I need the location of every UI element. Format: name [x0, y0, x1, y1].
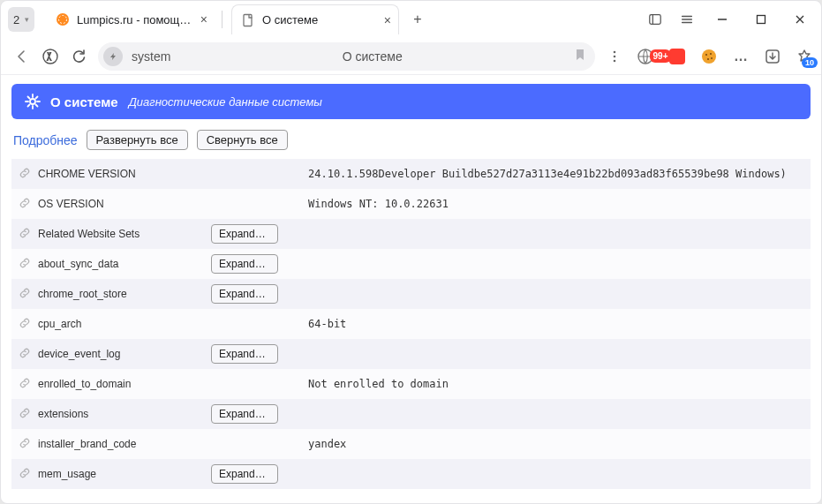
overflow-icon[interactable]: …	[731, 47, 750, 66]
bookmark-icon[interactable]	[574, 49, 586, 64]
row-key-label: cpu_arch	[38, 318, 81, 330]
svg-point-5	[43, 49, 57, 64]
window-controls	[703, 1, 821, 38]
row-key-label: device_event_log	[38, 348, 120, 360]
row-value	[301, 339, 811, 369]
page-subtitle: Диагностические данные системы	[129, 95, 322, 109]
expand-button[interactable]: Expand…	[211, 224, 278, 244]
tab-lumpics[interactable]: Lumpics.ru - помощь с ×	[47, 4, 215, 34]
page-content: О системе Диагностические данные системы…	[1, 75, 821, 503]
row-action-cell	[204, 159, 301, 189]
link-anchor-icon[interactable]	[19, 257, 31, 272]
new-tab-button[interactable]: +	[406, 8, 429, 31]
link-anchor-icon[interactable]	[19, 347, 31, 362]
maximize-button[interactable]	[742, 1, 781, 38]
row-key: extensions	[11, 399, 204, 429]
addons-icon[interactable]: 10	[795, 47, 814, 66]
row-value	[301, 249, 811, 279]
collapse-all-button[interactable]: Свернуть все	[197, 130, 288, 150]
table-row: CHROME VERSION24.10.1.598Developer Build…	[11, 159, 811, 189]
reload-button[interactable]	[64, 42, 93, 71]
page-header: О системе Диагностические данные системы	[11, 84, 811, 119]
back-button[interactable]	[8, 42, 36, 71]
link-anchor-icon[interactable]	[19, 227, 31, 242]
row-key: mem_usage	[11, 459, 204, 489]
tab-about-system[interactable]: О системе ×	[231, 4, 399, 34]
row-action-cell: Expand…	[204, 249, 301, 279]
row-action-cell	[204, 369, 301, 399]
tab-separator	[222, 11, 222, 28]
link-anchor-icon[interactable]	[19, 377, 31, 392]
expand-button[interactable]: Expand…	[211, 254, 278, 274]
extension-badge-icon[interactable]: 99+	[667, 47, 687, 66]
row-key-label: extensions	[38, 408, 88, 420]
reading-list-icon[interactable]	[639, 12, 671, 26]
row-action-cell	[204, 429, 301, 459]
row-value	[301, 279, 811, 309]
details-link[interactable]: Подробнее	[13, 133, 78, 147]
page-toolbar: Подробнее Развернуть все Свернуть все	[13, 130, 809, 150]
row-key: enrolled_to_domain	[11, 369, 204, 399]
hamburger-icon[interactable]	[671, 12, 703, 26]
downloads-icon[interactable]	[763, 47, 782, 66]
yandex-home-button[interactable]	[36, 42, 64, 71]
table-row: installer_brand_codeyandex	[11, 429, 811, 459]
row-value	[301, 399, 811, 429]
chevron-down-icon: ▾	[25, 15, 29, 24]
tab-label: Lumpics.ru - помощь с	[77, 13, 192, 26]
row-key-label: OS VERSION	[38, 198, 104, 210]
plus-icon: +	[413, 11, 421, 27]
browser-window: 2 ▾ Lumpics.ru - помощь с × О системе × …	[0, 0, 822, 504]
row-value: Windows NT: 10.0.22631	[301, 189, 811, 219]
link-anchor-icon[interactable]	[19, 467, 31, 482]
link-anchor-icon[interactable]	[19, 437, 31, 452]
extension-badge-label: 99+	[650, 49, 672, 63]
row-key: device_event_log	[11, 339, 204, 369]
row-action-cell	[204, 189, 301, 219]
address-bar: system О системе 99+ …	[1, 38, 821, 75]
omnibox[interactable]: system О системе	[98, 42, 595, 71]
notification-count: 10	[802, 57, 818, 68]
svg-rect-2	[244, 14, 252, 26]
link-anchor-icon[interactable]	[19, 317, 31, 332]
svg-point-12	[705, 53, 707, 55]
svg-point-17	[30, 99, 35, 104]
link-anchor-icon[interactable]	[19, 287, 31, 302]
system-table: CHROME VERSION24.10.1.598Developer Build…	[11, 159, 811, 489]
link-anchor-icon[interactable]	[19, 167, 31, 182]
row-key-label: installer_brand_code	[38, 438, 136, 450]
row-key: installer_brand_code	[11, 429, 204, 459]
expand-button[interactable]: Expand…	[211, 344, 278, 364]
tab-favicon-page-icon	[241, 13, 255, 27]
tab-favicon-orange-icon	[56, 12, 70, 26]
titlebar: 2 ▾ Lumpics.ru - помощь с × О системе × …	[1, 1, 821, 38]
row-key-label: mem_usage	[38, 468, 96, 480]
tab-counter[interactable]: 2 ▾	[8, 7, 34, 32]
link-anchor-icon[interactable]	[19, 407, 31, 422]
row-action-cell: Expand…	[204, 339, 301, 369]
table-row: chrome_root_storeExpand…	[11, 279, 811, 309]
close-icon[interactable]: ×	[384, 13, 391, 27]
row-key: cpu_arch	[11, 309, 204, 339]
row-key-label: chrome_root_store	[38, 288, 127, 300]
expand-button[interactable]: Expand…	[211, 284, 278, 304]
row-action-cell: Expand…	[204, 459, 301, 489]
close-window-button[interactable]	[781, 1, 819, 38]
table-row: about_sync_dataExpand…	[11, 249, 811, 279]
close-icon[interactable]: ×	[200, 12, 207, 26]
table-row: OS VERSIONWindows NT: 10.0.22631	[11, 189, 811, 219]
tab-label: О системе	[262, 13, 375, 26]
svg-rect-4	[758, 16, 765, 24]
expand-button[interactable]: Expand…	[211, 404, 278, 424]
expand-button[interactable]: Expand…	[211, 464, 278, 484]
row-value: 24.10.1.598Developer Buildbe527d27a3113e…	[301, 159, 811, 189]
link-anchor-icon[interactable]	[19, 197, 31, 212]
svg-point-8	[614, 59, 616, 62]
cookie-extension-icon[interactable]	[699, 47, 719, 66]
site-identity-icon[interactable]	[103, 47, 123, 66]
minimize-button[interactable]	[703, 1, 742, 38]
more-actions-icon[interactable]	[600, 42, 629, 71]
tab-count: 2	[13, 13, 19, 26]
expand-all-button[interactable]: Развернуть все	[87, 130, 188, 150]
row-value	[301, 219, 811, 249]
